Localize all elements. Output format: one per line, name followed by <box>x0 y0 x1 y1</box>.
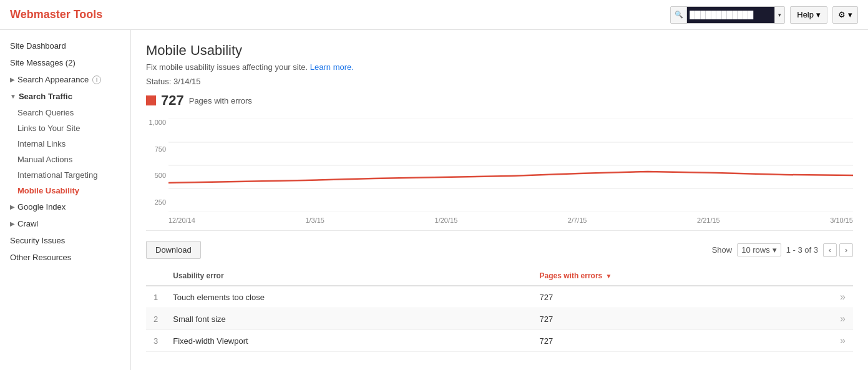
search-input[interactable] <box>687 7 774 23</box>
sidebar-item-google-index[interactable]: ▶ Google Index <box>0 198 130 215</box>
next-page-button[interactable]: › <box>839 243 853 257</box>
pagination-controls: Show 10 rows ▾ 1 - 3 of 3 ‹ › <box>712 243 853 257</box>
x-label-2: 1/20/15 <box>435 217 458 224</box>
row-chevron[interactable]: » <box>832 308 853 330</box>
row-number: 2 <box>146 308 165 330</box>
gear-dropdown-arrow: ▾ <box>848 10 852 19</box>
col-pages-header[interactable]: Pages with errors ▼ <box>532 266 833 286</box>
x-label-1: 1/3/15 <box>305 217 324 224</box>
expand-arrow: ▶ <box>10 76 15 83</box>
sidebar-item-site-dashboard[interactable]: Site Dashboard <box>0 37 130 54</box>
row-count: 727 <box>532 330 833 352</box>
y-label-500: 500 <box>146 172 166 179</box>
table-controls: Download Show 10 rows ▾ 1 - 3 of 3 ‹ › <box>146 241 853 259</box>
status-line: Status: 3/14/15 <box>146 77 853 86</box>
sidebar: Site Dashboard Site Messages (2) ▶ Searc… <box>0 30 131 370</box>
chart-area: 1,000 750 500 250 <box>146 119 853 231</box>
sidebar-sub-item-international-targeting[interactable]: International Targeting <box>0 167 130 183</box>
sidebar-item-search-appearance[interactable]: ▶ Search Appearance i <box>0 71 130 88</box>
col-error-header: Usability error <box>165 266 532 286</box>
help-dropdown-arrow: ▾ <box>816 10 821 19</box>
sidebar-item-crawl[interactable]: ▶ Crawl <box>0 215 130 232</box>
info-icon: i <box>92 75 101 84</box>
settings-button[interactable]: ⚙ ▾ <box>832 6 858 24</box>
x-label-3: 2/7/15 <box>568 217 587 224</box>
row-error: Fixed-width Viewport <box>165 330 532 352</box>
sidebar-sub-item-mobile-usability[interactable]: Mobile Usability <box>0 183 130 198</box>
crawl-arrow: ▶ <box>10 220 15 227</box>
sidebar-item-search-traffic[interactable]: ▼ Search Traffic <box>0 88 130 105</box>
sidebar-sub-item-manual-actions[interactable]: Manual Actions <box>0 152 130 167</box>
rows-dropdown-arrow: ▾ <box>773 245 777 255</box>
error-count-label: Pages with errors <box>189 96 252 105</box>
error-count-number: 727 <box>161 92 184 109</box>
sort-arrow: ▼ <box>606 273 612 280</box>
learn-more-link[interactable]: Learn more. <box>310 62 354 72</box>
show-label: Show <box>712 245 733 255</box>
logo: Webmaster Tools <box>10 8 102 21</box>
sidebar-sub-item-search-queries[interactable]: Search Queries <box>0 105 130 120</box>
help-label: Help <box>797 10 814 19</box>
row-count: 727 <box>532 286 833 308</box>
download-button[interactable]: Download <box>146 241 201 259</box>
search-dropdown-arrow[interactable]: ▾ <box>774 7 784 23</box>
pagination-text: 1 - 3 of 3 <box>786 245 818 255</box>
row-count: 727 <box>532 308 833 330</box>
search-box[interactable]: 🔍 ▾ <box>670 6 785 24</box>
sidebar-item-security-issues[interactable]: Security Issues <box>0 232 130 249</box>
chart-x-labels: 12/20/14 1/3/15 1/20/15 2/7/15 2/21/15 3… <box>168 214 853 224</box>
error-icon <box>146 95 156 105</box>
row-chevron[interactable]: » <box>832 330 853 352</box>
row-number: 3 <box>146 330 165 352</box>
y-label-1000: 1,000 <box>146 119 166 126</box>
table-row[interactable]: 2 Small font size 727 » <box>146 308 853 330</box>
row-number: 1 <box>146 286 165 308</box>
sidebar-item-site-messages[interactable]: Site Messages (2) <box>0 54 130 71</box>
page-title: Mobile Usability <box>146 42 853 59</box>
error-count-line: 727 Pages with errors <box>146 92 853 109</box>
search-icon: 🔍 <box>671 7 687 23</box>
sidebar-item-other-resources[interactable]: Other Resources <box>0 249 130 266</box>
table-row[interactable]: 1 Touch elements too close 727 » <box>146 286 853 308</box>
y-label-250: 250 <box>146 198 166 206</box>
page-nav: ‹ › <box>823 243 853 257</box>
sidebar-sub-item-internal-links[interactable]: Internal Links <box>0 136 130 152</box>
row-error: Touch elements too close <box>165 286 532 308</box>
main-content: Mobile Usability Fix mobile usability is… <box>131 30 868 370</box>
page-subtitle: Fix mobile usability issues affecting yo… <box>146 62 853 72</box>
data-table: Usability error Pages with errors ▼ 1 To… <box>146 266 853 352</box>
header-right: 🔍 ▾ Help ▾ ⚙ ▾ <box>670 6 858 24</box>
table-row[interactable]: 3 Fixed-width Viewport 727 » <box>146 330 853 352</box>
col-num-header <box>146 266 165 286</box>
chart-svg <box>168 119 853 212</box>
sidebar-sub-item-links[interactable]: Links to Your Site <box>0 120 130 136</box>
rows-value: 10 rows <box>741 245 770 255</box>
col-arrow-header <box>832 266 853 286</box>
collapse-arrow: ▼ <box>10 93 16 100</box>
header: Webmaster Tools 🔍 ▾ Help ▾ ⚙ ▾ <box>0 0 868 30</box>
y-label-750: 750 <box>146 145 166 153</box>
row-error: Small font size <box>165 308 532 330</box>
rows-dropdown[interactable]: 10 rows ▾ <box>737 243 781 256</box>
google-index-arrow: ▶ <box>10 203 15 210</box>
x-label-0: 12/20/14 <box>168 217 195 224</box>
body-layout: Site Dashboard Site Messages (2) ▶ Searc… <box>0 30 868 370</box>
x-label-4: 2/21/15 <box>697 217 720 224</box>
x-label-5: 3/10/15 <box>830 217 853 224</box>
prev-page-button[interactable]: ‹ <box>823 243 837 257</box>
help-button[interactable]: Help ▾ <box>790 6 827 24</box>
row-chevron[interactable]: » <box>832 286 853 308</box>
gear-icon: ⚙ <box>838 10 846 19</box>
